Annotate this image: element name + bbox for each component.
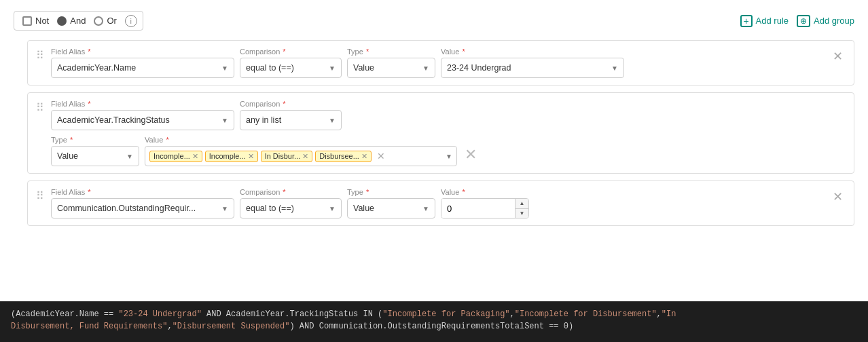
code-text: AND AcademicYear.TrackingStatus IN ( [202, 309, 382, 319]
tag-remove[interactable]: ✕ [248, 152, 254, 161]
rule-builder: Not And Or i + Add rule ⊕ [0, 0, 868, 301]
field-alias-select[interactable]: AcademicYear.Name ▼ [51, 58, 234, 78]
field-alias-label: Field Alias * [51, 48, 234, 56]
type-label: Type * [347, 48, 435, 56]
spinner-down[interactable]: ▼ [516, 209, 528, 218]
code-string-4: "In [662, 309, 676, 319]
logic-buttons: Not And Or i [14, 11, 143, 31]
comparison-value: any in list [246, 115, 326, 125]
field-alias-value: AcademicYear.Name [57, 63, 219, 73]
comparison-value: equal to (==) [246, 63, 326, 73]
type-label: Type * [51, 136, 139, 144]
required-star: * [460, 48, 465, 56]
type-select[interactable]: Value ▼ [347, 198, 435, 218]
main-container: Not And Or i + Add rule ⊕ [0, 0, 868, 342]
required-star: * [364, 48, 369, 56]
multi-clear[interactable]: ✕ [377, 151, 385, 162]
value-group-multi: Value * Incomple... ✕ Incomple... ✕ [145, 136, 457, 166]
add-rule-icon: + [740, 15, 753, 27]
tag-remove[interactable]: ✕ [302, 152, 308, 161]
info-icon[interactable]: i [125, 15, 137, 27]
tag-item: Disbursee... ✕ [315, 151, 372, 162]
comparison-label: Comparison * [240, 48, 342, 56]
comparison-chevron: ▼ [329, 117, 336, 124]
type-group: Type * Value ▼ [347, 48, 435, 78]
top-toolbar: Not And Or i + Add rule ⊕ [14, 11, 854, 31]
drag-handle[interactable]: ⠿ [36, 48, 44, 62]
field-alias-group: Field Alias * AcademicYear.TrackingStatu… [51, 100, 234, 130]
not-label: Not [35, 16, 49, 26]
comparison-label: Comparison * [240, 100, 342, 108]
rule-fields-top: Field Alias * AcademicYear.TrackingStatu… [51, 100, 342, 130]
multi-remove-button[interactable]: ✕ [463, 147, 479, 163]
value-number-group: Value * ▲ ▼ [441, 188, 529, 218]
multi-value-container[interactable]: Incomple... ✕ Incomple... ✕ In Disbur...… [145, 146, 457, 166]
required-star: * [460, 188, 465, 196]
add-group-button[interactable]: ⊕ Add group [797, 15, 854, 27]
code-line-1: (AcademicYear.Name == "23-24 Undergrad" … [11, 308, 857, 320]
add-group-label: Add group [814, 16, 854, 26]
field-alias-select[interactable]: Communication.OutstandingRequir... ▼ [51, 198, 234, 218]
code-string-3: "Incomplete for Disbursement" [515, 309, 657, 319]
and-label: And [70, 16, 86, 26]
type-value: Value [353, 63, 420, 73]
type-select[interactable]: Value ▼ [51, 146, 139, 166]
field-alias-group: Field Alias * Communication.OutstandingR… [51, 188, 234, 218]
comparison-value: equal to (==) [246, 204, 326, 213]
spinner-up[interactable]: ▲ [516, 199, 528, 209]
field-alias-label: Field Alias * [51, 188, 234, 196]
rule-fields-multi: Field Alias * AcademicYear.TrackingStatu… [51, 100, 846, 166]
type-label: Type * [347, 188, 435, 196]
required-star: * [281, 100, 285, 108]
or-radio [94, 16, 103, 26]
multi-chevron[interactable]: ▼ [446, 153, 452, 160]
comparison-group: Comparison * equal to (==) ▼ [240, 48, 342, 78]
not-button[interactable]: Not [20, 14, 52, 27]
tag-remove[interactable]: ✕ [361, 152, 367, 161]
and-radio [57, 16, 67, 26]
code-string-5: Disbursement, Fund Requirements" [11, 322, 167, 331]
required-star: * [86, 48, 90, 56]
rule-delete-button[interactable]: ✕ [830, 189, 846, 204]
type-select[interactable]: Value ▼ [347, 58, 435, 78]
rule-row: ⠿ Field Alias * AcademicYear.TrackingSta… [27, 92, 854, 174]
add-group-icon: ⊕ [797, 15, 810, 27]
add-rule-button[interactable]: + Add rule [740, 15, 789, 27]
add-rule-label: Add rule [756, 16, 789, 26]
tag-label: In Disbur... [265, 152, 301, 160]
value-select[interactable]: 23-24 Undergrad ▼ [441, 58, 624, 78]
value-group: Value * 23-24 Undergrad ▼ [441, 48, 624, 78]
and-button[interactable]: And [54, 14, 88, 27]
value-label: Value * [441, 188, 529, 196]
required-star: * [281, 188, 285, 196]
type-group: Type * Value ▼ [347, 188, 435, 218]
drag-handle[interactable]: ⠿ [36, 100, 44, 114]
comparison-select[interactable]: any in list ▼ [240, 110, 342, 130]
comparison-select[interactable]: equal to (==) ▼ [240, 198, 342, 218]
drag-handle[interactable]: ⠿ [36, 188, 44, 202]
value-number-input-container: ▲ ▼ [441, 198, 529, 218]
comparison-select[interactable]: equal to (==) ▼ [240, 58, 342, 78]
tag-label: Incomple... [209, 152, 246, 160]
comparison-group: Comparison * equal to (==) ▼ [240, 188, 342, 218]
rule-row: ⠿ Field Alias * AcademicYear.Name ▼ C [27, 40, 854, 86]
code-text: , [167, 322, 172, 331]
value-number-input[interactable] [441, 199, 515, 218]
rule-delete-button[interactable]: ✕ [830, 49, 846, 64]
rule-fields-bottom: Type * Value ▼ Value * [51, 136, 479, 166]
or-button[interactable]: Or [91, 14, 119, 27]
code-footer: (AcademicYear.Name == "23-24 Undergrad" … [0, 301, 868, 342]
tag-remove[interactable]: ✕ [192, 152, 198, 161]
comparison-label: Comparison * [240, 188, 342, 196]
comparison-chevron: ▼ [329, 205, 336, 212]
value-label: Value * [145, 136, 457, 144]
comparison-chevron: ▼ [329, 64, 336, 72]
field-alias-value: AcademicYear.TrackingStatus [57, 115, 219, 125]
type-value: Value [353, 204, 420, 213]
not-checkbox [22, 16, 32, 26]
required-star: * [86, 188, 90, 196]
value-label: Value * [441, 48, 624, 56]
add-buttons: + Add rule ⊕ Add group [740, 15, 854, 27]
type-chevron: ▼ [422, 205, 429, 212]
field-alias-select[interactable]: AcademicYear.TrackingStatus ▼ [51, 110, 234, 130]
